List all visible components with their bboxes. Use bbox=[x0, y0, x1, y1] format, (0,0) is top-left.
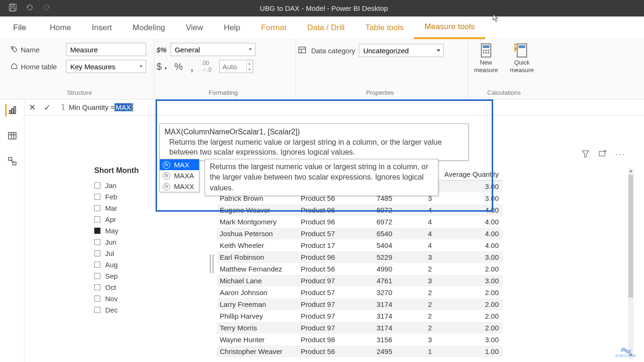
data-category-select[interactable]: Uncategorized bbox=[359, 44, 444, 57]
checkbox-icon[interactable] bbox=[94, 228, 100, 234]
slicer-item-label: Jun bbox=[105, 238, 116, 246]
measure-name-input[interactable] bbox=[66, 43, 146, 56]
svg-rect-0 bbox=[9, 4, 16, 11]
save-icon[interactable] bbox=[8, 3, 17, 13]
slicer-item[interactable]: May bbox=[94, 225, 170, 236]
formula-bar[interactable]: ✕ ✓ 1 Min Quantity = MAX bbox=[25, 99, 644, 115]
table-row[interactable]: Michael LaneProduct 97476133.00 bbox=[217, 275, 503, 287]
suggestion-item[interactable]: fxMAXX bbox=[160, 181, 199, 192]
table-row[interactable]: Joshua PetersonProduct 57654044.00 bbox=[217, 228, 503, 239]
tab-help[interactable]: Help bbox=[214, 16, 251, 39]
table-row[interactable]: Matthew FernandezProduct 56499022.00 bbox=[217, 263, 503, 275]
decimal-input[interactable] bbox=[220, 60, 246, 73]
redo-icon[interactable] bbox=[42, 3, 51, 13]
tab-table-tools[interactable]: Table tools bbox=[355, 16, 414, 39]
slicer-item[interactable]: Apr bbox=[94, 214, 170, 225]
resize-handle[interactable] bbox=[210, 196, 214, 332]
svg-rect-8 bbox=[483, 45, 489, 48]
tab-modeling[interactable]: Modeling bbox=[122, 16, 175, 39]
commit-formula-button[interactable]: ✓ bbox=[40, 102, 55, 113]
model-view-button[interactable] bbox=[6, 155, 18, 167]
slicer-item-label: Feb bbox=[105, 193, 117, 201]
table-row[interactable]: Christopher WeaverProduct 56249511.00 bbox=[217, 346, 503, 357]
percent-button[interactable]: % bbox=[174, 61, 183, 72]
checkbox-icon[interactable] bbox=[94, 216, 100, 222]
svg-rect-19 bbox=[14, 107, 16, 114]
slicer-item[interactable]: Jan bbox=[94, 180, 170, 191]
slicer-item-label: Mar bbox=[105, 204, 117, 212]
svg-rect-2 bbox=[11, 8, 15, 11]
suggestion-item[interactable]: fxMAX bbox=[160, 159, 199, 170]
slicer-item[interactable]: Nov bbox=[94, 293, 170, 304]
decimals-button[interactable]: .00→.0 bbox=[201, 60, 212, 73]
tab-format[interactable]: Format bbox=[251, 16, 297, 39]
checkbox-icon[interactable] bbox=[94, 262, 100, 268]
tab-insert[interactable]: Insert bbox=[82, 16, 123, 39]
table-row[interactable]: Larry FreemanProduct 97317422.00 bbox=[217, 298, 503, 310]
slicer-item[interactable]: Feb bbox=[94, 191, 170, 202]
slicer-item[interactable]: Oct bbox=[94, 281, 170, 293]
data-table[interactable]: ity Average Quantity 33.00Patrick BrownP… bbox=[217, 168, 503, 357]
slicer-item-label: Oct bbox=[105, 283, 116, 291]
month-slicer[interactable]: Short Month JanFebMarAprMayJunJulAugSepO… bbox=[94, 166, 170, 315]
cancel-formula-button[interactable]: ✕ bbox=[25, 102, 40, 113]
checkbox-icon[interactable] bbox=[94, 194, 100, 200]
slicer-item[interactable]: Dec bbox=[94, 304, 170, 315]
function-icon: fx bbox=[163, 183, 170, 190]
tab-home[interactable]: Home bbox=[39, 16, 81, 39]
tab-view[interactable]: View bbox=[175, 16, 214, 39]
slicer-item[interactable]: Jul bbox=[94, 247, 170, 259]
table-row[interactable]: Terry MorrisProduct 97317422.00 bbox=[217, 322, 503, 334]
tab-data-drill[interactable]: Data / Drill bbox=[297, 16, 355, 39]
table-row[interactable]: Keith WheelerProduct 17540444.00 bbox=[217, 239, 503, 251]
checkbox-icon[interactable] bbox=[94, 284, 100, 290]
suggestion-item[interactable]: fxMAXA bbox=[160, 170, 199, 181]
function-icon: fx bbox=[163, 172, 170, 180]
ribbon: Name Home table Key Measures Structure $… bbox=[0, 39, 644, 99]
table-row[interactable]: Phillip HarveyProduct 97317422.00 bbox=[217, 310, 503, 322]
undo-icon[interactable] bbox=[25, 3, 34, 13]
tab-file[interactable]: File bbox=[0, 16, 39, 39]
slicer-item-label: May bbox=[105, 227, 118, 235]
view-switcher bbox=[0, 99, 25, 362]
table-row[interactable]: Eugene WeaverProduct 96697244.00 bbox=[217, 204, 503, 216]
decimal-places-stepper[interactable]: ▲▼ bbox=[219, 60, 253, 73]
table-row[interactable]: Earl RobinsonProduct 96522933.00 bbox=[217, 251, 503, 263]
vertical-scrollbar[interactable]: ▲▼ bbox=[628, 168, 634, 359]
more-options-icon[interactable]: ··· bbox=[615, 149, 625, 159]
new-measure-button[interactable]: New measure bbox=[470, 43, 502, 74]
filter-icon[interactable] bbox=[581, 149, 590, 159]
svg-rect-16 bbox=[519, 45, 525, 48]
ribbon-tabs: File HomeInsertModelingViewHelpFormatDat… bbox=[0, 16, 644, 39]
quick-measure-button[interactable]: Quick measure bbox=[506, 43, 538, 74]
slicer-item-label: Apr bbox=[105, 215, 116, 223]
checkbox-icon[interactable] bbox=[94, 296, 100, 302]
report-view-button[interactable] bbox=[5, 104, 17, 116]
checkbox-icon[interactable] bbox=[94, 239, 100, 245]
checkbox-icon[interactable] bbox=[94, 250, 100, 256]
group-properties-label: Properties bbox=[298, 89, 462, 98]
svg-point-14 bbox=[488, 52, 489, 54]
format-select[interactable]: General bbox=[171, 43, 256, 56]
slicer-item[interactable]: Mar bbox=[94, 202, 170, 214]
slicer-item[interactable]: Jun bbox=[94, 236, 170, 247]
checkbox-icon[interactable] bbox=[94, 307, 100, 313]
table-row[interactable]: Mark MontgomeryProduct 96697244.00 bbox=[217, 216, 503, 228]
home-table-select[interactable]: Key Measures bbox=[66, 60, 146, 73]
window-title: UBG to DAX - Model - Power BI Desktop bbox=[51, 4, 597, 12]
checkbox-icon[interactable] bbox=[94, 273, 100, 279]
table-row[interactable]: Wayne HunterProduct 98315633.00 bbox=[217, 334, 503, 346]
slicer-item[interactable]: Sep bbox=[94, 270, 170, 281]
tab-measure-tools[interactable]: Measure tools bbox=[414, 16, 485, 39]
currency-button[interactable]: $ ▾ bbox=[157, 61, 167, 72]
checkbox-icon[interactable] bbox=[94, 182, 100, 189]
table-row[interactable]: Aaron JohnsonProduct 57327022.00 bbox=[217, 287, 503, 298]
slicer-item-label: Sep bbox=[105, 272, 118, 280]
checkbox-icon[interactable] bbox=[94, 205, 100, 211]
suggestion-list[interactable]: fxMAXfxMAXAfxMAXX bbox=[159, 159, 199, 192]
slicer-item[interactable]: Aug bbox=[94, 259, 170, 270]
svg-rect-25 bbox=[13, 162, 16, 165]
data-view-button[interactable] bbox=[6, 130, 18, 142]
svg-point-9 bbox=[483, 50, 485, 51]
focus-mode-icon[interactable] bbox=[598, 149, 607, 159]
